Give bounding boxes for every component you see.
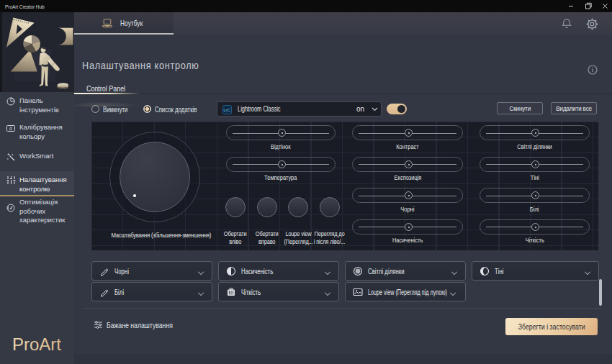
svg-text:LrC: LrC [224,108,230,112]
svg-text:ProArt: ProArt [12,335,61,354]
